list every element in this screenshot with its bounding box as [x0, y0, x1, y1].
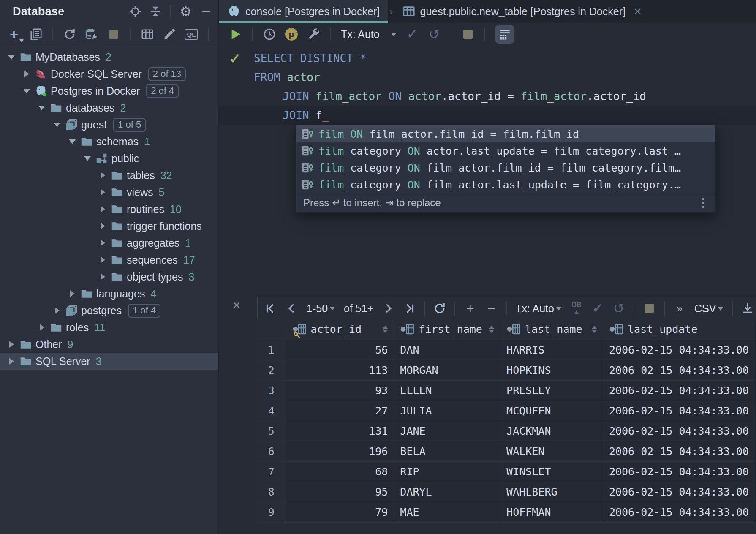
sort-arrows-icon[interactable] — [378, 326, 388, 333]
tree-item-sql-server[interactable]: SQL Server3 — [0, 353, 218, 370]
stop-icon[interactable] — [462, 28, 474, 41]
cell-last_update[interactable]: 2006-02-15 04:34:33.00 — [603, 482, 756, 502]
data-grid-icon[interactable] — [141, 28, 154, 41]
cell-first_name[interactable]: DARYL — [394, 482, 500, 502]
tree-item-guest[interactable]: guest1 of 5 — [0, 116, 218, 133]
add-row-icon[interactable]: + — [464, 302, 476, 315]
cell-actor_id[interactable]: 79 — [286, 502, 394, 522]
cell-last_name[interactable]: HOPKINS — [500, 360, 603, 380]
cell-first_name[interactable]: BELA — [394, 441, 500, 461]
postgres-dialect-icon[interactable]: p — [285, 28, 298, 41]
collapsed-arrow-icon[interactable] — [96, 169, 109, 182]
query-console-icon[interactable]: QL — [185, 28, 198, 41]
prev-page-icon[interactable] — [286, 302, 298, 315]
collapsed-arrow-icon[interactable] — [5, 338, 18, 351]
add-datasource-button[interactable]: + — [8, 28, 20, 41]
cell-last_name[interactable]: JACKMAN — [500, 421, 603, 441]
duplicate-icon[interactable] — [30, 28, 42, 41]
last-page-icon[interactable] — [403, 302, 416, 315]
collapsed-arrow-icon[interactable] — [96, 237, 109, 249]
column-header-last_update[interactable]: last_update — [603, 319, 756, 340]
commit-icon[interactable]: ✓ — [406, 28, 419, 41]
column-header-first_name[interactable]: first_name — [394, 319, 500, 340]
autocomplete-item[interactable]: film_category ON film_actor.film_id = fi… — [296, 159, 715, 176]
cell-last_name[interactable]: HARRIS — [500, 340, 603, 360]
tree-item-mydatabases[interactable]: MyDatabases2 — [0, 49, 218, 65]
tree-item-databases[interactable]: databases2 — [0, 99, 218, 116]
commit-icon[interactable]: ✓ — [591, 302, 604, 315]
cell-first_name[interactable]: DAN — [394, 340, 500, 360]
cell-actor_id[interactable]: 68 — [286, 462, 394, 482]
in-editor-results-toggle[interactable] — [495, 25, 514, 44]
cell-first_name[interactable]: MORGAN — [394, 360, 500, 380]
cell-first_name[interactable]: ELLEN — [394, 381, 500, 400]
tree-item-schemas[interactable]: schemas1 — [0, 133, 218, 150]
tree-item-trigger-functions[interactable]: trigger functions — [0, 218, 218, 234]
more-chevrons-icon[interactable]: » — [673, 302, 686, 315]
cell-last_name[interactable]: WINSLET — [500, 462, 603, 482]
tab-overflow-chevron[interactable]: › — [388, 0, 394, 23]
collapsed-arrow-icon[interactable] — [96, 220, 109, 232]
cell-actor_id[interactable]: 56 — [286, 340, 394, 360]
cell-last_update[interactable]: 2006-02-15 04:34:33.00 — [603, 502, 756, 522]
history-clock-icon[interactable] — [263, 28, 276, 41]
export-format-select[interactable]: CSV — [694, 302, 723, 315]
expanded-arrow-icon[interactable] — [20, 84, 33, 97]
kebab-menu-icon[interactable]: ⋮ — [697, 196, 709, 210]
expanded-arrow-icon[interactable] — [66, 135, 79, 148]
collapsed-arrow-icon[interactable] — [96, 203, 109, 215]
collapsed-arrow-icon[interactable] — [96, 270, 109, 283]
cell-last_update[interactable]: 2006-02-15 04:34:33.00 — [603, 401, 756, 421]
tree-item-sequences[interactable]: sequences17 — [0, 251, 218, 268]
cell-last_name[interactable]: WAHLBERG — [500, 482, 603, 502]
collapse-all-icon[interactable] — [149, 5, 162, 18]
tab-console[interactable]: console [Postgres in Docker] — [219, 0, 388, 23]
expanded-arrow-icon[interactable] — [35, 101, 48, 114]
column-header-actor_id[interactable]: actor_id — [286, 319, 394, 340]
code-area[interactable]: SELECT DISTINCT *FROM actorJOIN film_act… — [219, 49, 756, 125]
tree-item-tables[interactable]: tables32 — [0, 167, 218, 184]
settings-gear-icon[interactable]: ⚙ — [179, 5, 192, 18]
tx-mode-select[interactable]: Tx: Auto — [515, 302, 562, 315]
collapsed-arrow-icon[interactable] — [20, 68, 33, 80]
cell-last_update[interactable]: 2006-02-15 04:34:33.00 — [603, 441, 756, 461]
stop-icon[interactable] — [643, 302, 655, 315]
stop-icon[interactable] — [107, 28, 120, 41]
refresh-icon[interactable] — [63, 28, 76, 41]
hide-panel-icon[interactable] — [200, 5, 212, 18]
tree-item-public[interactable]: public — [0, 150, 218, 167]
autocomplete-item[interactable]: film_category ON actor.last_update = fil… — [296, 142, 715, 159]
close-tab-icon[interactable]: × — [634, 5, 642, 18]
first-page-icon[interactable] — [264, 302, 277, 315]
delete-row-icon[interactable]: − — [485, 302, 498, 315]
tree-item-postgres-in-docker[interactable]: Postgres in Docker2 of 4 — [0, 82, 218, 99]
cell-actor_id[interactable]: 93 — [286, 381, 394, 400]
collapsed-arrow-icon[interactable] — [96, 186, 109, 199]
tree-item-other[interactable]: Other9 — [0, 336, 218, 353]
code-line[interactable]: SELECT DISTINCT * — [219, 49, 756, 68]
column-header-last_name[interactable]: last_name — [500, 319, 603, 340]
cell-last_name[interactable]: MCQUEEN — [500, 401, 603, 421]
page-range-select[interactable]: 1-50 — [307, 302, 335, 315]
code-line-caret[interactable]: JOIN f_ — [219, 106, 756, 125]
tree-item-roles[interactable]: roles11 — [0, 319, 218, 336]
cell-actor_id[interactable]: 27 — [286, 401, 394, 421]
cell-last_name[interactable]: HOFFMAN — [500, 502, 603, 522]
cell-first_name[interactable]: MAE — [394, 502, 500, 522]
locate-icon[interactable] — [129, 5, 141, 18]
tree-item-docker-sql-server[interactable]: Docker SQL Server2 of 13 — [0, 65, 218, 82]
cell-last_update[interactable]: 2006-02-15 04:34:33.00 — [603, 421, 756, 441]
edit-pencil-icon[interactable] — [163, 28, 176, 41]
sort-arrows-icon[interactable] — [587, 326, 597, 333]
cell-first_name[interactable]: JULIA — [394, 401, 500, 421]
reload-data-icon[interactable] — [433, 302, 446, 315]
tree-item-postgres[interactable]: postgres1 of 4 — [0, 302, 218, 319]
autocomplete-item[interactable]: film ON film_actor.film_id = film.film_i… — [296, 125, 715, 142]
db-tools-icon[interactable] — [85, 28, 98, 41]
cell-actor_id[interactable]: 95 — [286, 482, 394, 502]
rollback-icon[interactable]: ↺ — [612, 302, 625, 315]
sort-arrows-icon[interactable] — [485, 326, 494, 333]
autocomplete-item[interactable]: film_category ON film_actor.last_update … — [296, 176, 715, 193]
cell-last_update[interactable]: 2006-02-15 04:34:33.00 — [603, 360, 756, 380]
cell-actor_id[interactable]: 196 — [286, 441, 394, 461]
